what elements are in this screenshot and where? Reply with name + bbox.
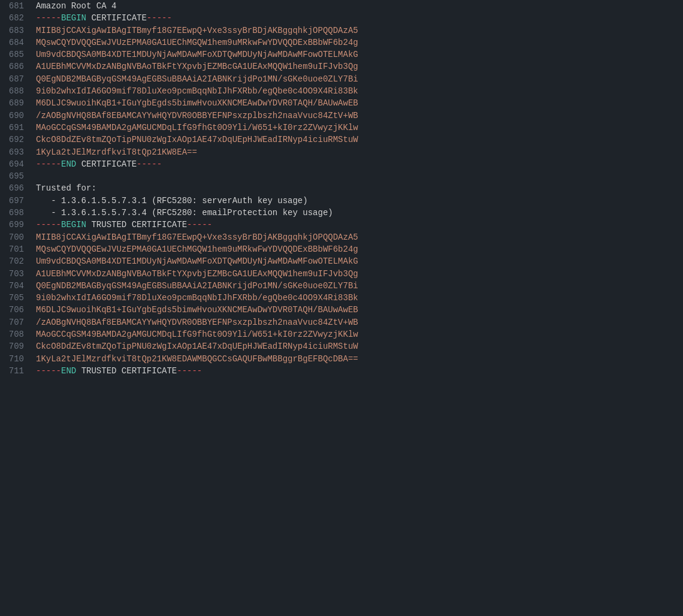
code-line: MQswCQYDVQQGEwJVUzEPMA0GA1UEChMGQW1hem9u…	[36, 37, 678, 49]
code-line: MQswCQYDVQQGEwJVUzEPMA0GA1UEChMGQW1hem9u…	[36, 243, 678, 255]
code-line: -----END TRUSTED CERTIFICATE-----	[36, 365, 678, 377]
code-line: 1KyLa2tJElMzrdfkviT8tQp21KW8EDAWMBQGCCsG…	[36, 353, 678, 365]
line-number: 706	[5, 304, 24, 316]
line-number: 687	[5, 73, 24, 85]
line-number: 702	[5, 255, 24, 267]
line-number: 703	[5, 268, 24, 280]
line-number: 683	[5, 25, 24, 37]
code-line: M6DLJC9wuoihKqB1+IGuYgbEgds5bimwHvouXKNC…	[36, 97, 678, 109]
code-line: - 1.3.6.1.5.5.7.3.4 (RFC5280: emailProte…	[36, 207, 678, 219]
line-number: 685	[5, 49, 24, 61]
line-number: 691	[5, 122, 24, 134]
code-content: Amazon Root CA 4-----BEGIN CERTIFICATE--…	[31, 0, 683, 616]
line-number: 688	[5, 85, 24, 97]
line-number: 694	[5, 158, 24, 170]
line-number: 689	[5, 97, 24, 109]
code-line: Um9vdCBDQSA0MB4XDTE1MDUyNjAwMDAwMFoXDTQw…	[36, 49, 678, 61]
code-line: MAoGCCqGSM49BAMDA2gAMGUCMDqLIfG9fhGt0O9Y…	[36, 328, 678, 340]
line-number: 699	[5, 219, 24, 231]
code-line: 9i0b2whxIdIA6GO9mif78DluXeo9pcmBqqNbIJhF…	[36, 85, 678, 97]
code-line: - 1.3.6.1.5.5.7.3.1 (RFC5280: serverAuth…	[36, 195, 678, 207]
code-line: M6DLJC9wuoihKqB1+IGuYgbEgds5bimwHvouXKNC…	[36, 304, 678, 316]
line-number: 686	[5, 61, 24, 73]
line-number: 701	[5, 243, 24, 255]
code-line: Q0EgNDB2MBAGByqGSM49AgEGBSuBBAAiA2IABNKr…	[36, 280, 678, 292]
line-number: 705	[5, 292, 24, 304]
code-line: A1UEBhMCVVMxDzANBgNVBAoTBkFtYXpvbjEZMBcG…	[36, 61, 678, 73]
line-number: 690	[5, 110, 24, 122]
line-number: 695	[5, 170, 24, 182]
code-line: -----BEGIN TRUSTED CERTIFICATE-----	[36, 219, 678, 231]
code-line	[36, 170, 678, 182]
code-line: Amazon Root CA 4	[36, 0, 678, 12]
line-number: 697	[5, 195, 24, 207]
code-line: MAoGCCqGSM49BAMDA2gAMGUCMDqLIfG9fhGt0O9Y…	[36, 122, 678, 134]
code-line: MIIB8jCCAXigAwIBAgITBmyf18G7EEwpQ+Vxe3ss…	[36, 25, 678, 37]
line-number: 684	[5, 37, 24, 49]
code-line: Um9vdCBDQSA0MB4XDTE1MDUyNjAwMDAwMFoXDTQw…	[36, 255, 678, 267]
line-number: 681	[5, 0, 24, 12]
line-number: 708	[5, 328, 24, 340]
line-number: 711	[5, 365, 24, 377]
line-number: 682	[5, 12, 24, 24]
line-number: 700	[5, 231, 24, 243]
code-line: -----END CERTIFICATE-----	[36, 158, 678, 170]
line-number: 704	[5, 280, 24, 292]
code-line: Q0EgNDB2MBAGByqGSM49AgEGBSuBBAAiA2IABNKr…	[36, 73, 678, 85]
code-line: -----BEGIN CERTIFICATE-----	[36, 12, 678, 24]
code-line: /zAOBgNVHQ8BAf8EBAMCAYYwHQYDVR0OBBYEFNPs…	[36, 110, 678, 122]
code-line: Trusted for:	[36, 182, 678, 194]
code-line: 9i0b2whxIdIA6GO9mif78DluXeo9pcmBqqNbIJhF…	[36, 292, 678, 304]
code-line: 1KyLa2tJElMzrdfkviT8tQp21KW8EA==	[36, 146, 678, 158]
line-number: 698	[5, 207, 24, 219]
line-number-gutter: 6816826836846856866876886896906916926936…	[0, 0, 31, 616]
code-line: MIIB8jCCAXigAwIBAgITBmyf18G7EEwpQ+Vxe3ss…	[36, 231, 678, 243]
line-number: 693	[5, 146, 24, 158]
line-number: 710	[5, 353, 24, 365]
code-line: CkcO8DdZEv8tmZQoTipPNU0zWgIxAOp1AE47xDqU…	[36, 134, 678, 146]
line-number: 707	[5, 316, 24, 328]
code-line: CkcO8DdZEv8tmZQoTipPNU0zWgIxAOp1AE47xDqU…	[36, 340, 678, 352]
line-number: 709	[5, 340, 24, 352]
code-line: /zAOBgNVHQ8BAf8EBAMCAYYwHQYDVR0OBBYEFNPs…	[36, 316, 678, 328]
line-number: 692	[5, 134, 24, 146]
code-line: A1UEBhMCVVMxDzANBgNVBAoTBkFtYXpvbjEZMBcG…	[36, 268, 678, 280]
code-viewer: 6816826836846856866876886896906916926936…	[0, 0, 683, 616]
line-number: 696	[5, 182, 24, 194]
